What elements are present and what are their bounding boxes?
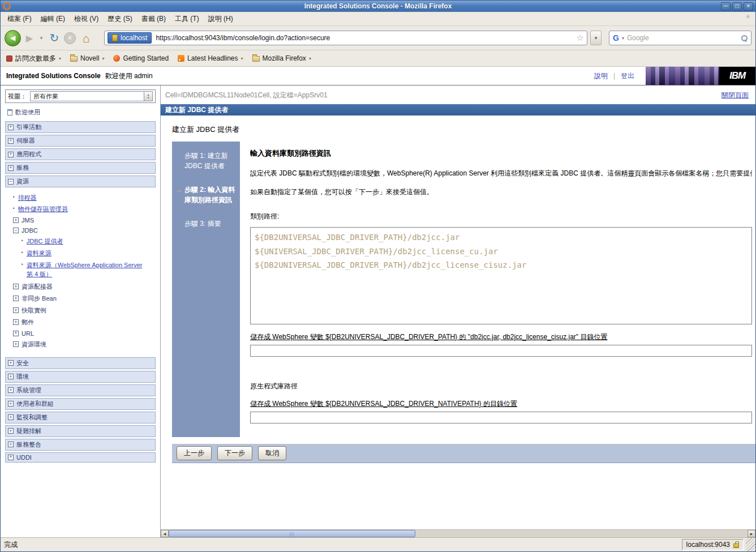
expand-icon[interactable]: +: [8, 138, 14, 144]
expand-icon[interactable]: +: [13, 307, 19, 313]
menu-history[interactable]: 歷史 (S): [104, 12, 136, 25]
expand-icon[interactable]: +: [8, 455, 14, 460]
close-button[interactable]: ×: [744, 2, 753, 11]
sidebar-subsection-mail[interactable]: + 郵件: [13, 318, 156, 327]
sidebar-section-security[interactable]: + 安全: [5, 357, 156, 369]
expand-icon[interactable]: +: [8, 165, 14, 171]
expand-icon[interactable]: +: [8, 414, 14, 420]
search-engine-dropdown-icon[interactable]: ▾: [622, 36, 624, 41]
sidebar-item-data-sources-v4[interactable]: ▪ 資料來源（WebSphere Application Server 第 4 …: [22, 261, 156, 279]
bookmark-most-visited[interactable]: 訪問次數最多 ▾: [6, 54, 61, 63]
scrollbar-track[interactable]: [415, 530, 748, 537]
sidebar-subsection-resource-environment[interactable]: + 資源環境: [13, 340, 156, 349]
sidebar-section-resources[interactable]: − 資源: [5, 176, 156, 187]
sidebar-item-label[interactable]: 排程器: [18, 194, 37, 202]
view-select[interactable]: 所有作業 ▴▾: [30, 91, 153, 101]
sidebar-section-environment[interactable]: + 環境: [5, 371, 156, 383]
expand-icon[interactable]: +: [8, 428, 14, 434]
expand-icon[interactable]: +: [13, 341, 19, 347]
expand-icon[interactable]: +: [8, 374, 14, 379]
next-button[interactable]: 下一步: [217, 446, 252, 460]
menu-file[interactable]: 檔案 (F): [3, 12, 36, 25]
sidebar-item-object-pool-managers[interactable]: ▪ 物件儲存區管理員: [13, 205, 156, 213]
sidebar-subsection-cache-instances[interactable]: + 快取實例: [13, 306, 156, 315]
sidebar-section-system-administration[interactable]: + 系統管理: [5, 384, 156, 396]
menu-edit[interactable]: 編輯 (E): [37, 12, 69, 25]
collapse-icon[interactable]: −: [13, 228, 19, 233]
sidebar-item-label[interactable]: 資料來源: [27, 249, 51, 258]
back-button[interactable]: ◀: [5, 30, 21, 46]
site-identity-button[interactable]: localhost: [108, 32, 152, 44]
forward-button[interactable]: ▶: [24, 33, 35, 44]
sidebar-section-users-groups[interactable]: + 使用者和群組: [5, 398, 156, 410]
expand-icon[interactable]: +: [13, 296, 19, 301]
expand-icon[interactable]: +: [8, 387, 14, 393]
sidebar-item-schedulers[interactable]: ▪ 排程器: [13, 194, 156, 202]
scroll-left-icon[interactable]: ◀: [161, 530, 169, 537]
search-icon[interactable]: [741, 35, 748, 41]
scroll-right-icon[interactable]: ▶: [748, 530, 755, 537]
resize-grip[interactable]: [746, 538, 755, 551]
bookmark-mozilla-firefox[interactable]: Mozilla Firefox ▾: [252, 54, 311, 62]
help-link[interactable]: 說明: [594, 71, 608, 81]
sidebar-item-jdbc-providers[interactable]: ▪ JDBC 提供者: [22, 237, 156, 246]
collapse-icon[interactable]: −: [8, 179, 14, 185]
maximize-button[interactable]: □: [732, 2, 742, 11]
expand-icon[interactable]: +: [13, 217, 19, 223]
search-box[interactable]: G ▾: [609, 31, 751, 45]
bookmark-latest-headlines[interactable]: Latest Headlines ▾: [178, 54, 243, 62]
sidebar-section-services[interactable]: + 服務: [5, 162, 156, 174]
expand-icon[interactable]: +: [13, 331, 19, 336]
sidebar-subsection-resource-adapters[interactable]: + 資源配接器: [13, 283, 156, 291]
cancel-button[interactable]: 取消: [258, 446, 286, 460]
bookmark-getting-started[interactable]: Getting Started: [113, 54, 169, 62]
sidebar-item-data-sources[interactable]: ▪ 資料來源: [22, 249, 156, 258]
sidebar-subsection-jms[interactable]: + JMS: [13, 217, 156, 224]
expand-icon[interactable]: +: [8, 401, 14, 406]
sidebar-subsection-jdbc[interactable]: − JDBC: [13, 227, 156, 234]
classpath-textarea[interactable]: ${DB2UNIVERSAL_JDBC_DRIVER_PATH}/db2jcc.…: [250, 227, 752, 324]
sidebar-section-monitoring-tuning[interactable]: + 監視和調整: [5, 412, 156, 423]
sidebar-subsection-async-beans[interactable]: + 非同步 Bean: [13, 294, 156, 303]
sidebar-section-applications[interactable]: + 應用程式: [5, 148, 156, 160]
menu-view[interactable]: 檢視 (V): [70, 12, 102, 25]
horizontal-scrollbar[interactable]: ◀ ||| ▶: [161, 529, 755, 537]
sidebar-section-troubleshooting[interactable]: + 疑難排解: [5, 425, 156, 437]
sidebar-item-label[interactable]: 資料來源（WebSphere Application Server 第 4 版）: [27, 261, 148, 279]
url-bar[interactable]: localhost https://localhost:9043/ibm/con…: [104, 31, 587, 45]
url-text[interactable]: https://localhost:9043/ibm/console/login…: [156, 34, 572, 42]
close-page-link[interactable]: 關閉頁面: [721, 91, 749, 100]
expand-icon[interactable]: +: [8, 152, 14, 157]
sidebar-item-welcome[interactable]: 歡迎使用: [5, 107, 156, 119]
security-panel[interactable]: localhost:9043: [682, 539, 744, 550]
minimize-button[interactable]: ─: [721, 2, 731, 11]
expand-icon[interactable]: +: [8, 125, 14, 130]
previous-button[interactable]: 上一步: [177, 446, 212, 460]
window-titlebar[interactable]: Integrated Solutions Console - Mozilla F…: [1, 1, 755, 12]
sidebar-section-uddi[interactable]: + UDDI: [5, 452, 156, 463]
url-dropdown-button[interactable]: ▾: [590, 31, 602, 45]
menu-bookmarks[interactable]: 書籤 (B): [138, 12, 170, 25]
sidebar-subsection-url[interactable]: + URL: [13, 330, 156, 337]
sidebar-item-label[interactable]: JDBC 提供者: [27, 237, 63, 246]
spinner-icon[interactable]: ▴▾: [144, 92, 152, 101]
expand-icon[interactable]: +: [13, 319, 19, 325]
home-button[interactable]: ⌂: [79, 32, 93, 44]
stop-button[interactable]: ×: [64, 32, 76, 44]
expand-icon[interactable]: +: [8, 360, 14, 366]
bookmark-star-icon[interactable]: ☆: [577, 33, 584, 43]
sidebar-item-label[interactable]: 物件儲存區管理員: [18, 205, 68, 213]
sidebar-section-servers[interactable]: + 伺服器: [5, 135, 156, 147]
sidebar-section-guided-activities[interactable]: + 引導活動: [5, 121, 156, 133]
expand-icon[interactable]: +: [8, 442, 14, 447]
history-dropdown-icon[interactable]: ▾: [38, 35, 45, 41]
reload-button[interactable]: ↻: [48, 31, 61, 45]
sidebar-section-service-integration[interactable]: + 服務整合: [5, 439, 156, 451]
logout-link[interactable]: 登出: [621, 71, 634, 81]
native-path-input[interactable]: [250, 412, 752, 423]
menu-help[interactable]: 說明 (H): [204, 12, 237, 25]
expand-icon[interactable]: +: [13, 284, 19, 289]
driver-path-input[interactable]: [250, 345, 752, 357]
bookmark-novell[interactable]: Novell ▾: [70, 54, 104, 62]
search-input[interactable]: [627, 34, 738, 42]
